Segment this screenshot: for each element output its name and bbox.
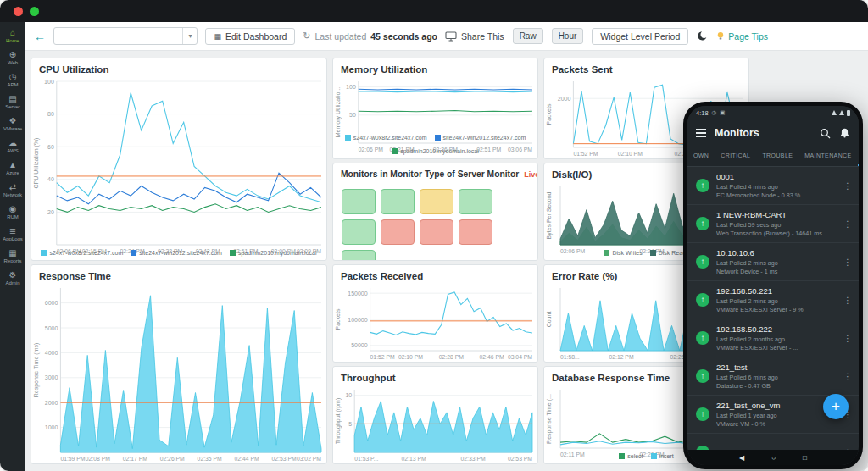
item-menu-icon[interactable]: ⋮ xyxy=(843,296,852,305)
phone-tab-trouble[interactable]: TROUBLE xyxy=(756,147,798,166)
legend-item: Disk Writes xyxy=(604,250,642,256)
sidebar-item-azure[interactable]: ▲Azure xyxy=(0,157,25,179)
dashboard-selector[interactable]: ▾ xyxy=(53,27,198,45)
item-menu-icon[interactable]: ⋮ xyxy=(843,372,852,381)
item-menu-icon[interactable]: ⋮ xyxy=(843,181,852,191)
item-menu-icon[interactable]: ⋮ xyxy=(843,258,852,267)
svg-text:100: 100 xyxy=(346,84,356,90)
sidebar-item-web[interactable]: ⊕Web xyxy=(0,47,25,69)
monitor-list-item[interactable]: ↑1 NEW-RBM-CARTLast Polled 59 secs agoWe… xyxy=(687,205,859,243)
monitor-tile-critical[interactable] xyxy=(459,219,492,245)
sidebar-item-apm[interactable]: ◷APM xyxy=(0,69,25,91)
nav-back-icon[interactable]: ◀ xyxy=(739,454,744,462)
legend-item: spadmin2010.mydomain.local xyxy=(392,148,479,154)
sidebar-item-reports[interactable]: ▦Reports xyxy=(0,245,25,267)
monitor-last-polled: Last Polled 2 mins ago xyxy=(716,297,837,305)
monitor-list-item[interactable]: ↑221_testLast Polled 6 mins agoDatastore… xyxy=(687,357,859,396)
search-icon[interactable] xyxy=(820,128,831,139)
sidebar-item-network[interactable]: ⇄Network xyxy=(0,179,25,201)
widget-level-period-button[interactable]: Widget Level Period xyxy=(592,28,688,45)
refresh-icon[interactable]: ↻ xyxy=(303,30,310,42)
monitor-tile-up[interactable] xyxy=(381,189,415,214)
status-time: 4:18 xyxy=(696,109,709,117)
sidebar-item-vmware[interactable]: ❖VMware xyxy=(0,113,25,135)
sidebar-item-home[interactable]: ⌂Home xyxy=(0,25,25,47)
sidebar-item-applogs[interactable]: ≣AppLogs xyxy=(0,223,25,245)
alarm-icon: ◷ xyxy=(712,109,717,116)
share-this-button[interactable]: Share This xyxy=(445,31,504,42)
monitor-list-item[interactable]: ↑10.10.10.6Last Polled 2 mins agoNetwork… xyxy=(687,243,859,281)
monitor-tile-critical[interactable] xyxy=(420,219,453,245)
monitor-item-texts: 221_test_one_vmLast Polled 1 year agoVMw… xyxy=(716,401,837,428)
packets_received-chart-svg: 5000010000015000001:52 PM02:10 PM02:28 P… xyxy=(333,284,537,362)
phone-status-bar: 4:18 ◷ ▣ xyxy=(687,106,859,119)
item-menu-icon[interactable]: ⋮ xyxy=(843,219,852,229)
last-updated-value: 45 seconds ago xyxy=(370,31,437,42)
svg-text:02:10 PM: 02:10 PM xyxy=(618,151,643,157)
phone-tab-critical[interactable]: CRITICAL xyxy=(715,147,756,166)
monitor-list-item[interactable]: ↑192.168.50.222Last Polled 2 months agoV… xyxy=(687,319,859,357)
network-icon: ⇄ xyxy=(9,183,16,191)
sidebar-item-aws[interactable]: ☁AWS xyxy=(0,135,25,157)
svg-text:01:52 PM: 01:52 PM xyxy=(573,151,598,157)
monitor-tile-up[interactable] xyxy=(342,250,376,261)
monitor-last-polled: Last Polled 2 mins ago xyxy=(716,259,837,267)
throughput-chart-svg: 51001:53 P...02:13 PM02:33 PM02:53 PMThr… xyxy=(333,385,537,463)
sidebar-item-label: AWS xyxy=(7,148,18,153)
monitor-tile-trouble[interactable] xyxy=(420,189,453,214)
item-menu-icon[interactable]: ⋮ xyxy=(843,334,852,343)
hour-button[interactable]: Hour xyxy=(552,28,584,44)
svg-text:20: 20 xyxy=(47,209,54,215)
toolbar: ← ▾ ▦ Edit Dashboard ↻ Last updated 45 s… xyxy=(25,22,868,51)
monitor-last-polled: Last Polled 6 mins ago xyxy=(716,374,837,381)
svg-text:02:12 PM: 02:12 PM xyxy=(609,354,633,360)
card-title: Packets Sent xyxy=(552,64,613,75)
response-time-chart-canvas: 10002000300040005000600001:59 PM02:08 PM… xyxy=(31,284,326,463)
svg-text:Memory Utilizatio...: Memory Utilizatio... xyxy=(335,87,342,138)
back-icon[interactable]: ← xyxy=(34,30,46,42)
monitor-tile-up[interactable] xyxy=(342,189,376,214)
monitor-list-item[interactable]: ↑192.168.50.221Last Polled 2 mins agoVMw… xyxy=(687,281,859,319)
page-tips-label: Page Tips xyxy=(728,31,768,42)
server-icon: ▤ xyxy=(8,95,16,103)
phone-screen: 4:18 ◷ ▣ Monitors xyxy=(687,106,859,465)
add-monitor-fab[interactable]: + xyxy=(823,394,849,419)
zoom-window-button[interactable] xyxy=(30,7,39,16)
monitor-tile-critical[interactable] xyxy=(381,219,415,245)
card-title: Packets Received xyxy=(341,271,423,281)
nav-home-icon[interactable]: ○ xyxy=(771,454,776,462)
phone-tab-up[interactable]: UP xyxy=(858,147,859,166)
monitor-name: 192.168.50.221 xyxy=(716,286,837,296)
bell-icon[interactable] xyxy=(839,128,850,138)
monitor-name: 192.168.50.222 xyxy=(716,324,837,334)
edit-dashboard-button[interactable]: ▦ Edit Dashboard xyxy=(205,28,295,45)
legend-item: site24x7-win2012.site24x7.com xyxy=(131,250,222,256)
monitor-type: VMware ESX/ESXi Server - ... xyxy=(716,344,837,352)
nav-recents-icon[interactable]: □ xyxy=(803,454,807,462)
svg-text:02:08 PM: 02:08 PM xyxy=(86,456,110,462)
legend-label: insert xyxy=(659,453,674,459)
sidebar-item-server[interactable]: ▤Server xyxy=(0,91,25,113)
monitor-list-item[interactable]: ↑0001Last Polled 4 mins agoEC Memcached … xyxy=(687,167,859,205)
sidebar-item-label: Network xyxy=(3,192,22,197)
legend-item: site24x7-win2012.site24x7.com xyxy=(435,135,526,141)
phone-tab-own[interactable]: OWN xyxy=(687,147,715,166)
monitor-tile-up[interactable] xyxy=(459,189,492,214)
svg-text:Packets: Packets xyxy=(546,103,552,125)
display-icon xyxy=(445,31,457,42)
dark-mode-toggle[interactable] xyxy=(697,30,708,42)
hamburger-menu-icon[interactable] xyxy=(696,129,706,137)
sidebar-item-rum[interactable]: ◉RUM xyxy=(0,201,25,223)
svg-text:1000: 1000 xyxy=(45,424,58,430)
svg-text:3000: 3000 xyxy=(45,374,58,380)
monitor-tile-up[interactable] xyxy=(342,219,376,245)
page-tips-button[interactable]: Page Tips xyxy=(716,31,768,42)
sidebar-item-admin[interactable]: ⚙Admin xyxy=(0,267,25,289)
close-window-button[interactable] xyxy=(14,7,23,16)
svg-text:02:13 PM: 02:13 PM xyxy=(402,456,426,462)
phone-tab-maintenance[interactable]: MAINTENANCE xyxy=(798,147,857,166)
cpu-chart-canvas: 2040608010002:06 PM02:15 PM02:24 PM02:33… xyxy=(31,77,326,250)
legend-item: insert xyxy=(651,453,674,459)
svg-text:150000: 150000 xyxy=(348,291,367,296)
raw-button[interactable]: Raw xyxy=(513,28,543,44)
